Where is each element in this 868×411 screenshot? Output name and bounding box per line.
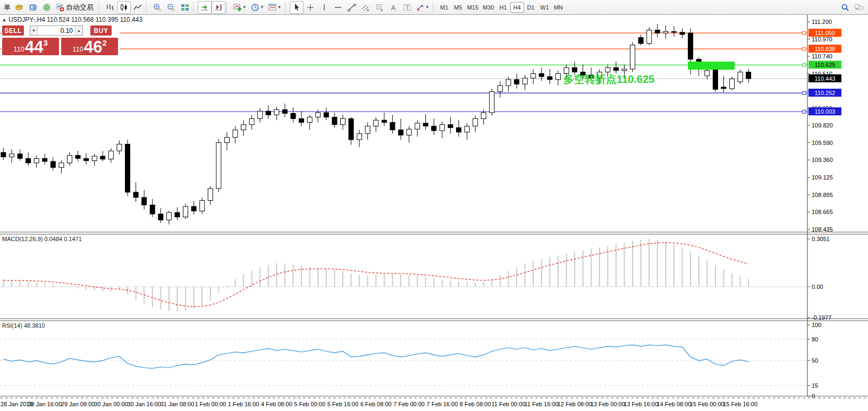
templates-button[interactable]: ▼ [266, 1, 284, 14]
svg-text:111.050: 111.050 [815, 30, 835, 36]
arrows-tool-button[interactable]: ▼ [414, 1, 432, 14]
crosshair-tool-button[interactable] [304, 1, 317, 14]
cursor-tool-button[interactable] [290, 1, 304, 14]
svg-text:0.3051: 0.3051 [812, 236, 830, 242]
trendline-icon [348, 3, 356, 12]
text-label-icon: T [403, 3, 411, 12]
text-tool-button[interactable]: A [386, 1, 400, 14]
turning-point-box[interactable] [688, 62, 735, 70]
indicators-button[interactable]: ▼ [231, 1, 249, 14]
zoom-out-button[interactable] [164, 1, 178, 14]
crosshair-icon [306, 3, 315, 12]
timeframe-button-MN[interactable]: MN [552, 2, 566, 13]
svg-text:111.200: 111.200 [812, 19, 832, 25]
svg-text:30 Jan 00:00: 30 Jan 00:00 [94, 401, 128, 407]
search-button[interactable] [838, 1, 852, 14]
signals-icon[interactable] [40, 1, 54, 14]
svg-text:29 Jan 08:00: 29 Jan 08:00 [61, 401, 95, 407]
svg-text:15 Feb 00:00: 15 Feb 00:00 [690, 401, 724, 407]
svg-text:11 Feb 00:00: 11 Feb 00:00 [491, 401, 525, 407]
horizontal-line-icon [334, 3, 342, 12]
main-toolbar: 单 自动交易 [0, 0, 868, 15]
chart-title-row: ▲ USDJPY-,H4 110.524 110.568 110.395 110… [2, 16, 142, 23]
periods-button[interactable]: ▼ [249, 1, 266, 14]
zoom-in-button[interactable] [150, 1, 164, 14]
bar-chart-button[interactable] [103, 1, 117, 14]
svg-text:110.970: 110.970 [812, 36, 832, 42]
svg-text:110.740: 110.740 [812, 53, 832, 59]
svg-text:14 Feb 08:00: 14 Feb 08:00 [657, 401, 692, 407]
sell-price-box[interactable]: 110 44 3 [2, 38, 59, 55]
text-icon: A [389, 3, 398, 12]
volume-decrease-button[interactable]: ▼ [30, 26, 38, 35]
auto-scroll-icon [200, 3, 209, 12]
toolbar-grip [193, 2, 196, 13]
svg-text:7 Feb 16:00: 7 Feb 16:00 [427, 401, 458, 407]
channel-tool-button[interactable]: E [359, 1, 373, 14]
history-center-icon[interactable] [12, 1, 26, 14]
app-window: 单 自动交易 [0, 0, 868, 411]
timeframe-button-W1[interactable]: W1 [538, 2, 552, 13]
timeframe-button-M15[interactable]: M15 [465, 2, 481, 13]
svg-text:A: A [391, 4, 395, 11]
horizontal-line-tool-button[interactable] [331, 1, 345, 14]
turning-point-annotation[interactable]: 多空转折点110.625 [563, 72, 654, 87]
green-signal-icon [43, 3, 51, 12]
volume-increase-button[interactable]: ▲ [75, 26, 82, 35]
cursor-icon [292, 3, 301, 12]
chart-window[interactable]: 111.200110.970110.740110.510110.280110.0… [0, 15, 868, 411]
svg-text:110.003: 110.003 [815, 108, 836, 115]
fibonacci-icon: F [375, 3, 384, 12]
svg-text:108.665: 108.665 [812, 209, 833, 215]
candlestick-icon [120, 3, 128, 12]
tile-windows-button[interactable] [178, 1, 192, 14]
chat-button[interactable] [852, 1, 866, 14]
svg-text:E: E [367, 8, 369, 12]
buy-price-box[interactable]: 110 46 2 [61, 38, 118, 55]
vertical-line-tool-button[interactable] [317, 1, 331, 14]
svg-text:0.00: 0.00 [812, 284, 823, 290]
svg-text:1 Feb 00:00: 1 Feb 00:00 [195, 401, 226, 407]
svg-text:13 Feb 00:00: 13 Feb 00:00 [591, 401, 625, 407]
timeframe-button-M1[interactable]: M1 [437, 2, 451, 13]
chart-shift-button[interactable] [212, 1, 225, 14]
time-axis[interactable]: 28 Jan 201928 Jan 16:0029 Jan 08:0030 Ja… [0, 398, 868, 408]
autotrading-button[interactable]: 自动交易 [54, 1, 97, 14]
sell-button[interactable]: SELL [2, 25, 24, 36]
svg-text:100: 100 [812, 322, 821, 328]
dropdown-caret-icon: ▼ [260, 5, 264, 10]
toolbar-grip [285, 2, 288, 13]
volume-spinner: ▼ ▲ [30, 25, 83, 36]
timeframe-button-M30[interactable]: M30 [481, 2, 496, 13]
collapse-panel-icon[interactable]: ▲ [2, 18, 6, 22]
timeframe-button-H4[interactable]: H4 [510, 2, 524, 13]
volume-input[interactable] [38, 26, 75, 35]
line-chart-button[interactable] [131, 1, 145, 14]
svg-text:110.443: 110.443 [815, 75, 836, 82]
tile-windows-icon [181, 3, 189, 12]
rsi-pane: 1008050150 [0, 322, 821, 399]
svg-text:13 Feb 16:00: 13 Feb 16:00 [623, 401, 658, 407]
auto-scroll-button[interactable] [198, 1, 212, 14]
timeframe-button-M5[interactable]: M5 [451, 2, 465, 13]
svg-text:110.625: 110.625 [815, 62, 836, 68]
svg-text:108.435: 108.435 [812, 226, 833, 233]
buy-button[interactable]: BUY [90, 25, 112, 36]
timeframe-button-D1[interactable]: D1 [524, 2, 538, 13]
text-label-tool-button[interactable]: T [400, 1, 414, 14]
search-icon [841, 3, 849, 12]
chat-bubbles-icon [854, 3, 864, 12]
autotrading-icon [56, 3, 64, 12]
svg-text:15: 15 [812, 382, 818, 389]
timeframe-button-H1[interactable]: H1 [496, 2, 510, 13]
chart-canvas[interactable]: 111.200110.970110.740110.510110.280110.0… [0, 15, 868, 411]
fibonacci-tool-button[interactable]: F [373, 1, 386, 14]
svg-text:5 Feb 00:00: 5 Feb 00:00 [294, 401, 325, 407]
new-order-label[interactable]: 单 [4, 3, 11, 12]
svg-text:F: F [381, 8, 383, 12]
trendline-tool-button[interactable] [345, 1, 359, 14]
candlestick-chart-button[interactable] [117, 1, 131, 14]
svg-text:6 Feb 08:00: 6 Feb 08:00 [360, 401, 392, 407]
dropdown-caret-icon: ▼ [242, 5, 247, 10]
market-watch-icon[interactable] [26, 1, 40, 14]
